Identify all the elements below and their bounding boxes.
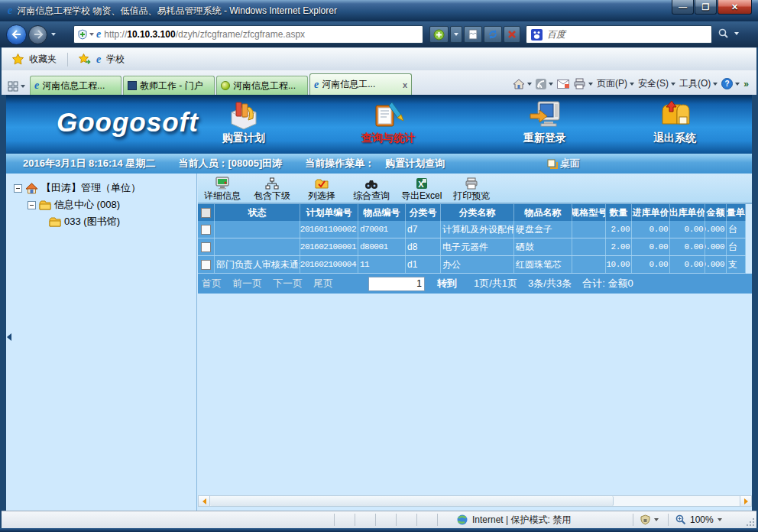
column-header: 分类名称 [441, 204, 514, 221]
favorites-star-icon[interactable] [12, 54, 24, 65]
tab-close-button[interactable]: x [403, 80, 407, 89]
column-header: 分类号 [406, 204, 441, 221]
maximize-button[interactable]: ❐ [695, 0, 717, 15]
table-row-2[interactable]: 201602100001d80001d8电子元器件硒鼓2.000.000.000… [198, 238, 746, 256]
read-mail-button[interactable] [557, 79, 569, 89]
tab-list-dropdown[interactable] [21, 85, 25, 88]
page-number-input[interactable] [368, 277, 425, 291]
toolbar-button-excel[interactable]: X导出Excel [401, 176, 442, 203]
desktop-link[interactable]: 桌面 [547, 154, 580, 174]
scroll-right-button[interactable] [740, 496, 751, 506]
resize-grip[interactable] [746, 517, 755, 527]
favorites-button[interactable]: 收藏夹 [29, 53, 57, 66]
select-all-checkbox[interactable] [198, 204, 215, 221]
excel-icon: X [416, 177, 428, 190]
column-header: 金额 [705, 204, 727, 221]
browser-tab-3[interactable]: 河南信息工程... [216, 76, 308, 95]
refresh-button[interactable] [484, 26, 502, 43]
tree-item-2[interactable]: 信息中心 (008) [6, 196, 196, 213]
table-cell: d1 [406, 256, 441, 273]
table-cell: d70001 [358, 221, 406, 238]
shield-addon-icon[interactable] [78, 29, 87, 40]
favorites-link-school[interactable]: 学校 [106, 53, 125, 66]
search-box[interactable]: 百度 [526, 25, 712, 44]
row-checkbox[interactable] [198, 221, 215, 238]
app-menu-label: 退出系统 [653, 131, 696, 145]
compatibility-view-button[interactable] [464, 26, 482, 43]
horizontal-scrollbar[interactable] [198, 495, 752, 507]
search-binoculars-icon [364, 178, 378, 190]
toolbar-button-printer[interactable]: 打印预览 [452, 176, 491, 203]
minimize-button[interactable]: — [672, 0, 694, 15]
pager-link-4[interactable]: 尾页 [313, 277, 333, 290]
stop-icon [507, 30, 517, 39]
current-menu-value: 购置计划查询 [385, 157, 445, 170]
accelerator-button[interactable] [429, 26, 449, 43]
goto-button[interactable]: 转到 [437, 277, 457, 290]
tree-expand-box[interactable] [28, 201, 36, 209]
scrollbar-thumb[interactable] [210, 496, 614, 506]
stop-button[interactable] [504, 26, 520, 43]
tab-label: 教师工作 - 门户 [140, 79, 203, 92]
quick-tabs-icon[interactable] [8, 81, 18, 92]
scroll-left-button[interactable] [199, 496, 210, 506]
panel-collapse-arrow[interactable] [7, 333, 11, 341]
recent-pages-dropdown[interactable] [51, 33, 56, 36]
forward-button[interactable] [28, 25, 47, 44]
address-bar[interactable]: e http://10.10.3.100/dzyh/zfcgframe/zfcg… [73, 25, 423, 44]
home-button[interactable] [513, 79, 532, 89]
browser-tab-2[interactable]: 教师工作 - 门户 [123, 76, 215, 95]
exit-system-icon [657, 99, 692, 131]
browser-tab-4[interactable]: e河南信息工...x [309, 73, 412, 95]
pager-link-2[interactable]: 前一页 [232, 277, 262, 290]
tree-item-1[interactable]: 【田涛】管理（单位） [6, 180, 196, 196]
app-menu-relogin[interactable]: 重新登录 [502, 99, 588, 145]
privacy-button[interactable] [640, 511, 659, 528]
compatibility-icon [468, 29, 478, 40]
app-header: Googosoft 购置计划查询与统计重新登录退出系统 [6, 95, 752, 154]
addon-dropdown[interactable] [89, 33, 94, 36]
back-button[interactable] [6, 24, 27, 45]
app-menu-exit[interactable]: 退出系统 [632, 99, 718, 145]
table-row-3[interactable]: 部门负责人审核未通过20160210000411d1办公红圆珠笔芯10.000.… [198, 256, 746, 274]
toolbar-button-sitemap[interactable]: 包含下级 [252, 176, 292, 203]
pager-link-3[interactable]: 下一页 [273, 277, 303, 290]
toolbar-button-label: 打印预览 [453, 190, 490, 203]
table-cell: 硒鼓 [514, 238, 572, 255]
close-button[interactable]: ✕ [718, 0, 752, 15]
table-cell: d7 [406, 221, 441, 238]
help-menu[interactable]: ? [721, 78, 740, 89]
tools-menu[interactable]: 工具(O) [679, 77, 718, 90]
home-icon [25, 183, 38, 194]
folder-icon [49, 217, 61, 227]
zoom-control[interactable]: 100% [675, 511, 722, 528]
tree-expand-box[interactable] [14, 184, 22, 193]
print-button[interactable] [573, 78, 593, 89]
search-dropdown[interactable] [734, 32, 739, 35]
add-favorite-icon[interactable] [79, 54, 91, 65]
ie-favicon-icon: e [314, 79, 319, 90]
app-menu-querystat[interactable]: 查询与统计 [345, 99, 431, 145]
feeds-button[interactable] [536, 79, 553, 89]
table-header-row: 状态计划单编号物品编号分类号分类名称物品名称规格型号数量进库单价出库单价金额计量… [198, 204, 746, 221]
more-commands-button[interactable]: » [743, 79, 749, 89]
toolbar-button-monitor[interactable]: 详细信息 [202, 176, 242, 203]
tree-item-3[interactable]: 033 (图书馆) [6, 213, 196, 230]
current-datetime: 2016年3月1日 8:16:14 星期二 [23, 157, 155, 170]
row-checkbox[interactable] [198, 256, 215, 273]
search-icon[interactable] [718, 28, 728, 38]
table-cell [215, 221, 300, 238]
table-cell [572, 238, 606, 255]
page-menu[interactable]: 页面(P) [597, 77, 634, 90]
pager-link-1[interactable]: 首页 [202, 277, 222, 290]
table-row-1[interactable]: 201601100002d70001d7计算机及外设配件硬盘盒子2.000.00… [198, 221, 746, 238]
address-dropdown-button[interactable] [450, 26, 462, 43]
tab-bar: e河南信息工程...教师工作 - 门户河南信息工程...e河南信息工...x 页… [2, 70, 756, 95]
app-menu-buyplan[interactable]: 购置计划 [201, 99, 287, 145]
browser-tab-1[interactable]: e河南信息工程... [30, 76, 121, 95]
toolbar-button-foldercheck[interactable]: 列选择 [302, 176, 342, 203]
row-checkbox[interactable] [198, 238, 215, 255]
safety-menu[interactable]: 安全(S) [638, 77, 675, 90]
url-text[interactable]: http://10.10.3.100/dzyh/zfcgframe/zfcgfr… [104, 29, 305, 40]
toolbar-button-binoculars[interactable]: 综合查询 [351, 176, 391, 203]
